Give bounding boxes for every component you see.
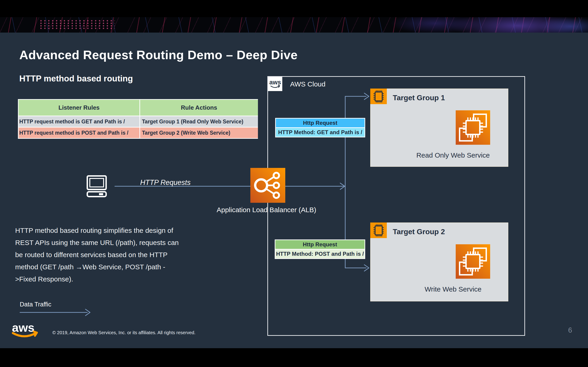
action-cell-target-group-2: Target Group 2 (Write Web Service) — [140, 127, 258, 138]
http-post-request-box: Http Request HTTP Method: POST and Path … — [275, 240, 365, 259]
svg-text:aws: aws — [12, 321, 35, 334]
http-requests-label: HTTP Requests — [115, 178, 216, 187]
alb-label: Application Load Balancer (ALB) — [211, 206, 321, 214]
action-cell-target-group-1: Target Group 1 (Read Only Web Service) — [140, 116, 258, 127]
page-title: Advanced Request Routing Demo – Deep Div… — [19, 48, 298, 62]
data-traffic-label: Data Traffic — [20, 301, 52, 308]
rule-cell-get: HTTP request method is GET and Path is / — [19, 116, 139, 127]
banner-image — [0, 17, 588, 33]
rule-cell-post: HTTP request method is POST and Path is … — [19, 127, 139, 138]
target-group-1-box: Target Group 1 Read Only Web — [370, 89, 508, 167]
rules-table: Listener Rules Rule Actions HTTP request… — [18, 99, 258, 139]
table-header-listener-rules: Listener Rules — [19, 100, 139, 116]
banner-dots-decoration — [39, 19, 115, 30]
http-get-request-title: Http Request — [276, 119, 364, 127]
write-service-label: Write Web Service — [398, 285, 508, 293]
data-traffic-arrowhead — [86, 309, 90, 316]
svg-text:aws: aws — [269, 79, 281, 86]
aws-cloud-label: AWS Cloud — [290, 80, 326, 88]
alb-icon — [250, 168, 285, 203]
page-subtitle: HTTP method based routing — [19, 74, 133, 83]
ec2-instances-icon — [456, 110, 490, 145]
aws-logo: aws — [11, 321, 42, 340]
slide-body: Advanced Request Routing Demo – Deep Div… — [0, 33, 588, 348]
body-text: HTTP method based routing simplifies the… — [15, 224, 231, 285]
target-group-icon — [370, 89, 387, 104]
http-get-request-box: Http Request HTTP Method: GET and Path i… — [275, 118, 365, 137]
target-group-icon — [370, 223, 387, 238]
aws-cloud-logo-icon: aws — [268, 77, 282, 91]
read-only-service-label: Read Only Web Service — [398, 151, 508, 159]
http-post-request-title: Http Request — [275, 240, 364, 249]
http-get-request-detail: HTTP Method: GET and Path is / — [276, 128, 364, 137]
target-group-1-title: Target Group 1 — [393, 94, 445, 102]
slide: Advanced Request Routing Demo – Deep Div… — [0, 0, 588, 367]
copyright: © 2019, Amazon Web Services, Inc. or its… — [52, 330, 195, 335]
target-group-2-title: Target Group 2 — [393, 227, 445, 236]
client-computer-icon — [86, 175, 109, 197]
target-group-2-box: Target Group 2 Write Web Serv — [370, 223, 508, 301]
table-header-rule-actions: Rule Actions — [140, 100, 258, 116]
http-post-request-detail: HTTP Method: POST and Path is / — [275, 250, 364, 258]
page-number: 6 — [563, 326, 577, 334]
ec2-instances-icon — [456, 244, 490, 279]
